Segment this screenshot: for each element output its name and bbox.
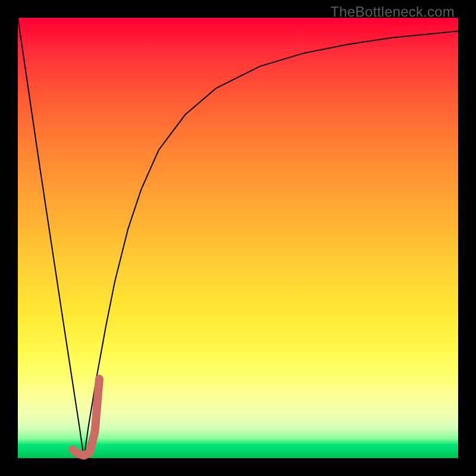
plot-area	[18, 18, 458, 458]
chart-svg	[18, 18, 458, 458]
bottleneck-curve	[18, 18, 458, 458]
chart-frame: TheBottleneck.com	[0, 0, 476, 476]
